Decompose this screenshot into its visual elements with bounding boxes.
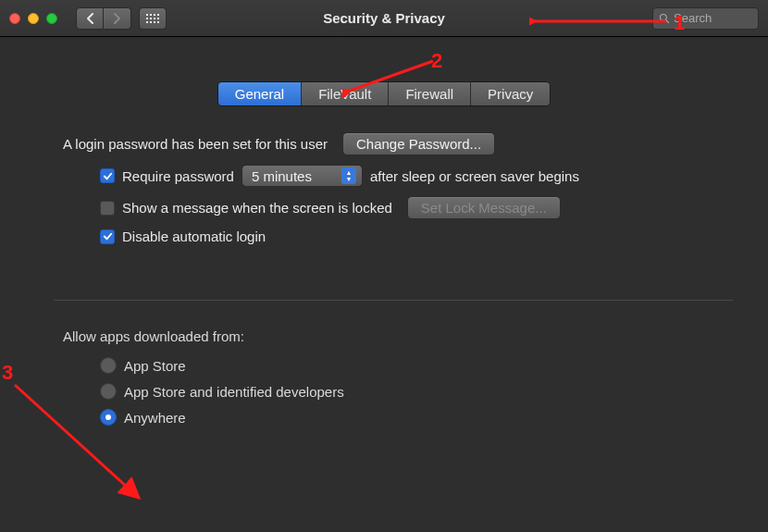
- annotation-1: 1: [674, 11, 685, 35]
- radio-appstore[interactable]: [100, 357, 117, 374]
- allow-apps-label: Allow apps downloaded from:: [63, 328, 733, 344]
- window-title: Security & Privacy: [323, 10, 445, 26]
- disable-auto-login-checkbox[interactable]: [100, 229, 115, 244]
- radio-identified-label: App Store and identified developers: [124, 384, 344, 400]
- preferences-window: Security & Privacy Search General FileVa…: [0, 0, 768, 532]
- arrow-2: [342, 56, 440, 97]
- radio-row-anywhere: Anywhere: [100, 409, 733, 426]
- show-message-checkbox[interactable]: [100, 201, 115, 216]
- svg-line-4: [15, 385, 139, 498]
- forward-button[interactable]: [104, 7, 131, 30]
- disable-auto-login-row: Disable automatic login: [81, 229, 733, 244]
- back-button[interactable]: [76, 7, 104, 30]
- minimize-window-button[interactable]: [28, 13, 39, 24]
- grid-icon: [146, 14, 159, 23]
- tab-general[interactable]: General: [218, 82, 302, 105]
- change-password-button[interactable]: Change Password...: [342, 132, 495, 155]
- require-password-label: Require password: [122, 168, 234, 184]
- disable-auto-login-label: Disable automatic login: [122, 229, 266, 244]
- chevron-left-icon: [86, 13, 94, 24]
- show-message-row: Show a message when the screen is locked…: [81, 196, 733, 219]
- dropdown-value: 5 minutes: [252, 168, 312, 184]
- radio-appstore-label: App Store: [124, 358, 186, 374]
- set-lock-message-button[interactable]: Set Lock Message...: [407, 196, 561, 219]
- show-message-label: Show a message when the screen is locked: [122, 200, 392, 216]
- annotation-3: 3: [2, 361, 13, 385]
- require-password-row: Require password 5 minutes ▲▼ after slee…: [81, 165, 733, 187]
- login-password-row: A login password has been set for this u…: [63, 132, 733, 155]
- nav-buttons: [76, 7, 131, 30]
- radio-row-identified: App Store and identified developers: [100, 383, 733, 400]
- zoom-window-button[interactable]: [46, 13, 57, 24]
- svg-line-3: [350, 61, 433, 91]
- traffic-lights: [9, 13, 57, 24]
- close-window-button[interactable]: [9, 13, 20, 24]
- radio-row-appstore: App Store: [100, 357, 733, 374]
- annotation-2: 2: [431, 49, 442, 73]
- stepper-arrows-icon: ▲▼: [341, 167, 356, 184]
- require-password-delay-dropdown[interactable]: 5 minutes ▲▼: [242, 165, 363, 187]
- arrow-1: [529, 14, 668, 29]
- require-password-suffix: after sleep or screen saver begins: [370, 168, 579, 184]
- divider: [54, 300, 733, 301]
- require-password-checkbox[interactable]: [100, 168, 115, 183]
- show-all-button[interactable]: [139, 7, 167, 30]
- allow-apps-radio-group: App Store App Store and identified devel…: [100, 357, 733, 426]
- login-password-text: A login password has been set for this u…: [63, 136, 328, 152]
- arrow-3: [9, 379, 153, 509]
- tab-privacy[interactable]: Privacy: [471, 82, 550, 105]
- chevron-right-icon: [113, 13, 121, 24]
- check-icon: [103, 171, 113, 181]
- search-input[interactable]: Search: [652, 7, 759, 30]
- check-icon: [103, 231, 113, 241]
